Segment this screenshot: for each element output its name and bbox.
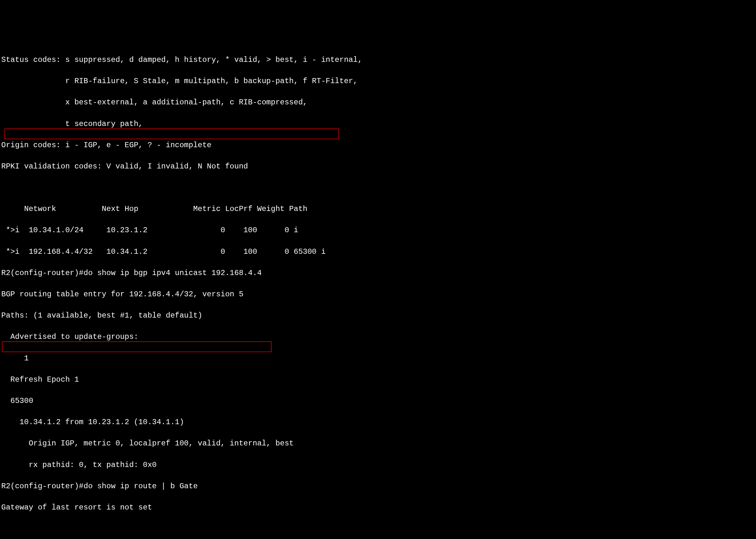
highlight-box-route-b bbox=[2, 342, 271, 352]
route-gateway: Gateway of last resort is not set bbox=[1, 502, 755, 513]
bgp-detail-pathid: rx pathid: 0, tx pathid: 0x0 bbox=[1, 460, 755, 471]
status-codes-line-1: Status codes: s suppressed, d damped, h … bbox=[1, 54, 755, 65]
bgp-detail-entry: BGP routing table entry for 192.168.4.4/… bbox=[1, 289, 755, 300]
bgp-detail-advertised: Advertised to update-groups: bbox=[1, 332, 755, 342]
bgp-detail-origin: Origin IGP, metric 0, localpref 100, val… bbox=[1, 438, 755, 449]
command-2-prompt: R2(config-router)#do show ip route | b G… bbox=[1, 481, 755, 492]
blank-line bbox=[1, 183, 755, 193]
bgp-table-row-2: *>i 192.168.4.4/32 10.34.1.2 0 100 0 653… bbox=[1, 247, 755, 257]
bgp-detail-paths: Paths: (1 available, best #1, table defa… bbox=[1, 310, 755, 321]
terminal-output: Status codes: s suppressed, d damped, h … bbox=[1, 44, 755, 539]
bgp-detail-as: 65300 bbox=[1, 396, 755, 406]
command-1-prompt: R2(config-router)#do show ip bgp ipv4 un… bbox=[1, 268, 755, 278]
bgp-table-row-1: *>i 10.34.1.0/24 10.23.1.2 0 100 0 i bbox=[1, 225, 755, 236]
status-codes-line-4: t secondary path, bbox=[1, 118, 755, 129]
rpki-codes: RPKI validation codes: V valid, I invali… bbox=[1, 161, 755, 172]
bgp-detail-refresh: Refresh Epoch 1 bbox=[1, 374, 755, 385]
origin-codes: Origin codes: i - IGP, e - EGP, ? - inco… bbox=[1, 140, 755, 151]
highlight-box-bgp-row bbox=[4, 128, 339, 139]
bgp-detail-nexthop: 10.34.1.2 from 10.23.1.2 (10.34.1.1) bbox=[1, 417, 755, 427]
status-codes-line-3: x best-external, a additional-path, c RI… bbox=[1, 97, 755, 108]
bgp-table-header: Network Next Hop Metric LocPrf Weight Pa… bbox=[1, 204, 755, 214]
bgp-detail-group: 1 bbox=[1, 353, 755, 364]
blank-line bbox=[1, 523, 755, 534]
status-codes-line-2: r RIB-failure, S Stale, m multipath, b b… bbox=[1, 76, 755, 87]
